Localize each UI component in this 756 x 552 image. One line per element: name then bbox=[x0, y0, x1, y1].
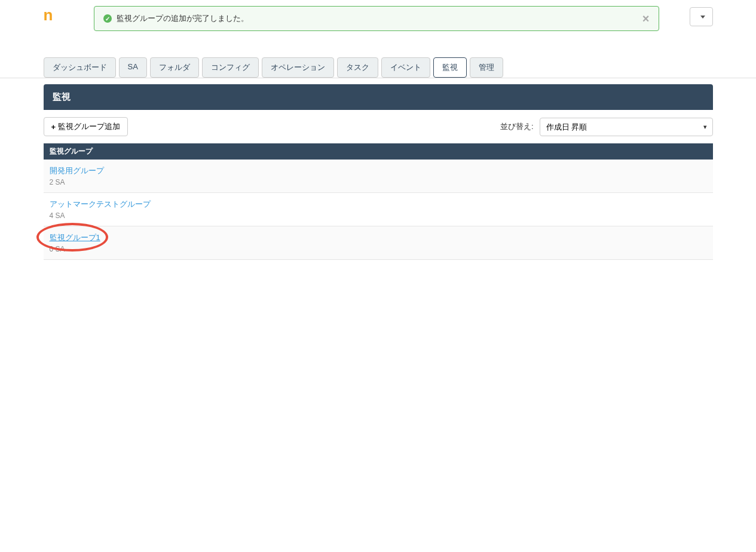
monitoring-group-link[interactable]: アットマークテストグループ bbox=[50, 200, 151, 208]
tab-0[interactable]: ダッシュボード bbox=[44, 57, 116, 78]
tab-4[interactable]: オペレーション bbox=[262, 57, 334, 78]
monitoring-group-list: 開発用グループ2 SAアットマークテストグループ4 SA監視グループ10 SA bbox=[44, 160, 713, 260]
plus-icon: + bbox=[51, 122, 56, 131]
chevron-down-icon bbox=[700, 16, 705, 19]
section-header: 監視グループ bbox=[44, 143, 713, 160]
tab-8[interactable]: 管理 bbox=[470, 57, 503, 78]
user-menu-dropdown[interactable] bbox=[690, 7, 713, 26]
page-title: 監視 bbox=[44, 84, 713, 110]
group-meta: 4 SA bbox=[50, 211, 707, 220]
nav-tabs: ダッシュボードSAフォルダコンフィグオペレーションタスクイベント監視管理 bbox=[44, 57, 713, 78]
tab-1[interactable]: SA bbox=[119, 57, 147, 78]
tab-7[interactable]: 監視 bbox=[433, 57, 467, 78]
tab-5[interactable]: タスク bbox=[337, 57, 378, 78]
sort-label: 並び替え: bbox=[500, 121, 534, 132]
logo: n bbox=[44, 0, 53, 30]
monitoring-group-link[interactable]: 監視グループ1 bbox=[50, 233, 100, 242]
monitoring-group-link[interactable]: 開発用グループ bbox=[50, 166, 104, 175]
close-icon[interactable]: × bbox=[642, 13, 650, 24]
list-item: 開発用グループ2 SA bbox=[44, 160, 713, 193]
group-meta: 0 SA bbox=[50, 245, 707, 253]
check-circle-icon bbox=[103, 14, 112, 23]
tab-6[interactable]: イベント bbox=[381, 57, 430, 78]
add-button-label: 監視グループ追加 bbox=[58, 121, 120, 132]
sort-select[interactable]: 作成日 昇順 bbox=[540, 118, 713, 136]
add-monitoring-group-button[interactable]: + 監視グループ追加 bbox=[44, 117, 128, 136]
list-item: 監視グループ10 SA bbox=[44, 226, 713, 260]
tab-2[interactable]: フォルダ bbox=[150, 57, 199, 78]
alert-message: 監視グループの追加が完了しました。 bbox=[117, 13, 249, 24]
group-meta: 2 SA bbox=[50, 178, 707, 186]
tab-3[interactable]: コンフィグ bbox=[202, 57, 259, 78]
toolbar: + 監視グループ追加 並び替え: 作成日 昇順 bbox=[44, 110, 713, 143]
list-item: アットマークテストグループ4 SA bbox=[44, 193, 713, 226]
success-alert: 監視グループの追加が完了しました。 × bbox=[94, 6, 659, 31]
